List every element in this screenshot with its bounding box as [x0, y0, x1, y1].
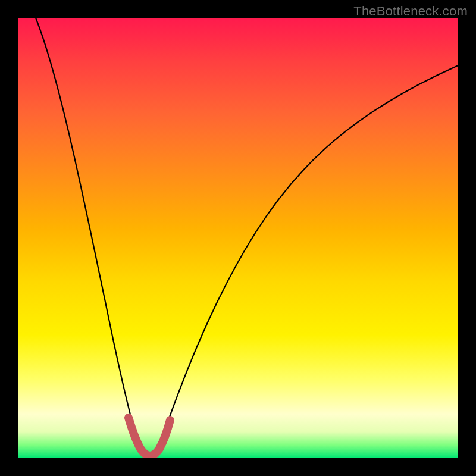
bottleneck-plot: [18, 18, 458, 458]
chart-area: [18, 18, 458, 458]
watermark-text: TheBottleneck.com: [353, 4, 468, 19]
bottleneck-curve: [36, 18, 458, 453]
optimal-zone-highlight: [129, 418, 170, 456]
